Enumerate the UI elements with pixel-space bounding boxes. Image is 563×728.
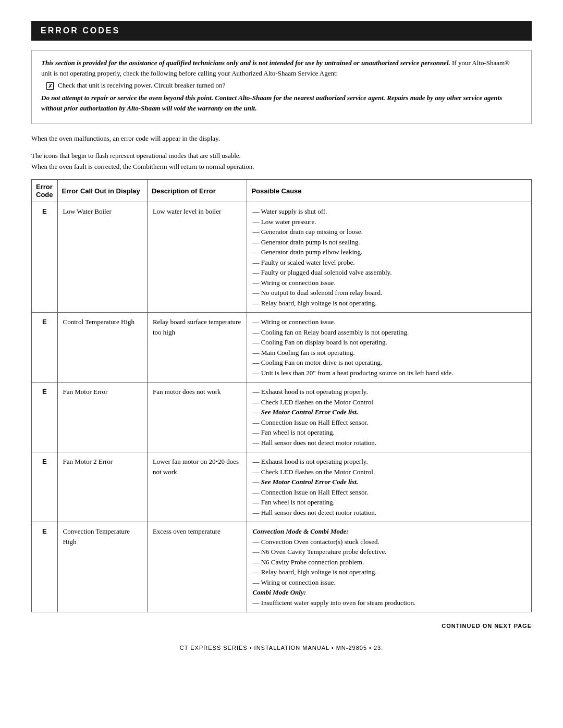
cause-item: — See Motor Control Error Code list. — [252, 408, 358, 416]
check-text: Check that unit is receiving power. Circ… — [58, 81, 225, 90]
error-code-cell: E — [32, 522, 58, 612]
checkbox: ✗ — [46, 82, 54, 90]
error-cause-cell: — Exhaust hood is not operating properly… — [247, 382, 532, 452]
error-description-cell: Lower fan motor on 20•20 does not work — [147, 452, 247, 522]
cause-item: — Generator drain pump is not sealing. — [252, 238, 360, 246]
cause-item: — Cooling fan on Relay board assembly is… — [252, 328, 409, 336]
cause-item: — No output to dual solenoid from relay … — [252, 289, 382, 297]
cause-item: — Hall sensor does not detect motor rota… — [252, 509, 376, 516]
cause-item: — Fan wheel is not operating. — [252, 498, 334, 506]
cause-item: — Wiring or connection issue. — [252, 279, 335, 287]
cause-item: — See Motor Control Error Code list. — [252, 478, 358, 486]
cause-item: Convection Mode & Combi Mode: — [252, 527, 348, 535]
error-codes-table: Error Code Error Call Out in Display Des… — [31, 179, 532, 612]
cause-item: — Relay board, high voltage is not opera… — [252, 568, 376, 576]
cause-item: — Fan wheel is not operating. — [252, 428, 334, 436]
table-row: ELow Water BoilerLow water level in boil… — [32, 202, 532, 313]
cause-item: — Check LED flashes on the Motor Control… — [252, 398, 375, 406]
cause-item: Combi Mode Only: — [252, 588, 306, 596]
footer-text: CT EXPRESS SERIES • INSTALLATION MANUAL … — [31, 645, 532, 651]
warning-line1: This section is provided for the assista… — [41, 58, 522, 78]
cause-item: — Exhaust hood is not operating properly… — [252, 388, 368, 396]
cause-item: — Wiring or connection issue. — [252, 578, 335, 586]
table-row: EControl Temperature HighRelay board sur… — [32, 313, 532, 382]
table-row: EConvection Temperature HighExcess oven … — [32, 522, 532, 612]
header-display: Error Call Out in Display — [57, 180, 147, 202]
continue-label: CONTINUED ON NEXT PAGE — [31, 623, 532, 629]
cause-item: — Wiring or connection issue. — [252, 318, 335, 326]
error-cause-cell: — Exhaust hood is not operating properly… — [247, 452, 532, 522]
modes-line2: The icons that begin to flash represent … — [31, 151, 532, 162]
cause-item: — Faulty or plugged dual solenoid valve … — [252, 268, 391, 276]
table-row: EFan Motor 2 ErrorLower fan motor on 20•… — [32, 452, 532, 522]
cause-item: — Faulty or scaled water level probe. — [252, 258, 354, 266]
error-description-cell: Low water level in boiler — [147, 202, 247, 313]
warning-line2: Do not attempt to repair or service the … — [41, 93, 522, 113]
error-code-cell: E — [32, 382, 58, 452]
cause-item: — Generator drain cap missing or loose. — [252, 228, 362, 236]
error-cause-cell: Convection Mode & Combi Mode:— Convectio… — [247, 522, 532, 612]
table-header-row: Error Code Error Call Out in Display Des… — [32, 180, 532, 202]
error-description-cell: Relay board surface temperature too high — [147, 313, 247, 382]
header-error-code: Error Code — [32, 180, 58, 202]
modes-text: The icons that begin to flash represent … — [31, 151, 532, 172]
error-code-cell: E — [32, 313, 58, 382]
warning-italic-text: This section is provided for the assista… — [41, 59, 450, 67]
cause-item: — Relay board, high voltage is not opera… — [252, 299, 376, 307]
page-header: ERROR CODES — [31, 21, 532, 41]
error-display-cell: Convection Temperature High — [57, 522, 147, 612]
cause-item: — Connection Issue on Hall Effect sensor… — [252, 488, 368, 496]
cause-item: — Check LED flashes on the Motor Control… — [252, 468, 375, 476]
cause-item: — N6 Oven Cavity Temperature probe defec… — [252, 548, 386, 556]
table-row: EFan Motor ErrorFan motor does not work—… — [32, 382, 532, 452]
error-display-cell: Fan Motor 2 Error — [57, 452, 147, 522]
header-title: ERROR CODES — [41, 26, 120, 35]
error-display-cell: Control Temperature High — [57, 313, 147, 382]
modes-line3: When the oven fault is corrected, the Co… — [31, 162, 532, 172]
cause-item: — Exhaust hood is not operating properly… — [252, 458, 368, 465]
cause-item: — Hall sensor does not detect motor rota… — [252, 439, 376, 447]
error-cause-cell: — Water supply is shut off.— Low water p… — [247, 202, 532, 313]
error-code-cell: E — [32, 452, 58, 522]
cause-item: — Water supply is shut off. — [252, 207, 327, 215]
intro-line1: When the oven malfunctions, an error cod… — [31, 133, 532, 144]
error-cause-cell: — Wiring or connection issue.— Cooling f… — [247, 313, 532, 382]
check-item: ✗ Check that unit is receiving power. Ci… — [46, 81, 522, 90]
cause-item: — Insufficient water supply into oven fo… — [252, 599, 415, 607]
cause-item: — Cooling Fan on motor drive is not oper… — [252, 359, 382, 366]
header-description: Description of Error — [147, 180, 247, 202]
warning-box: This section is provided for the assista… — [31, 50, 532, 124]
cause-item: — Unit is less than 20" from a heat prod… — [252, 369, 453, 377]
error-code-cell: E — [32, 202, 58, 313]
cause-item: — Connection Issue on Hall Effect sensor… — [252, 418, 368, 426]
cause-item: — Convection Oven contactor(s) stuck clo… — [252, 538, 379, 546]
error-display-cell: Low Water Boiler — [57, 202, 147, 313]
header-cause: Possible Cause — [247, 180, 532, 202]
cause-item: — Main Cooling fan is not operating. — [252, 349, 354, 356]
cause-item: — Cooling Fan on display board is not op… — [252, 338, 387, 346]
cause-item: — N6 Cavity Probe connection problem. — [252, 558, 364, 566]
error-description-cell: Excess oven temperature — [147, 522, 247, 612]
cause-item: — Generator drain pump elbow leaking. — [252, 248, 362, 256]
cause-item: — Low water pressure. — [252, 218, 316, 226]
error-description-cell: Fan motor does not work — [147, 382, 247, 452]
error-display-cell: Fan Motor Error — [57, 382, 147, 452]
